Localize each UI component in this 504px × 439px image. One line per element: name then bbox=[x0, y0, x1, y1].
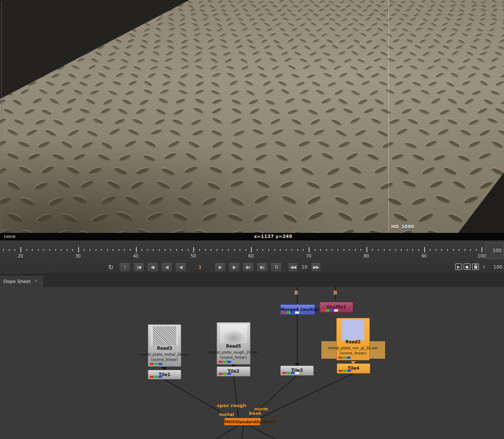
current-frame-display[interactable]: 1 bbox=[189, 262, 211, 272]
play-forward-button[interactable]: ▶ bbox=[228, 262, 240, 272]
tread-mark bbox=[299, 57, 307, 62]
node-tile3[interactable]: Tile3 bbox=[280, 365, 314, 376]
tab-dope-sheet[interactable]: Dope Sheet ✕ bbox=[0, 276, 44, 287]
frame-increment-value[interactable]: 10 bbox=[299, 262, 310, 272]
tread-mark bbox=[299, 23, 305, 27]
tread-mark bbox=[291, 45, 298, 50]
play-backward-button[interactable]: ◀ bbox=[161, 262, 172, 272]
tread-mark bbox=[502, 17, 504, 21]
ruler-tick bbox=[459, 249, 459, 251]
loop-mode-button[interactable]: ↻ bbox=[105, 262, 116, 272]
tread-mark bbox=[231, 166, 245, 174]
node-tile2[interactable]: Tile2 bbox=[217, 366, 251, 377]
node-mtlx-standard-surface2[interactable]: MtlXStandardSurface2 bbox=[224, 418, 261, 425]
tread-mark bbox=[216, 23, 222, 27]
node-title: Read5 bbox=[217, 344, 250, 348]
tread-mark bbox=[258, 0, 263, 3]
goto-end-button[interactable]: ▶| bbox=[256, 262, 268, 272]
tread-mark bbox=[286, 8, 292, 12]
tread-mark bbox=[17, 140, 30, 147]
tread-mark bbox=[157, 181, 171, 190]
export-tray-icon[interactable]: ⇩ bbox=[481, 263, 487, 270]
record-icon[interactable]: ● bbox=[464, 263, 470, 270]
tread-mark bbox=[98, 71, 107, 77]
node-read3[interactable]: Read3 metal_plate_metal_2k.exr (scene_li… bbox=[148, 324, 181, 367]
tread-mark bbox=[73, 89, 83, 95]
ruler-tick bbox=[101, 249, 102, 251]
tread-mark bbox=[359, 196, 374, 205]
step-back-button[interactable]: ◀ bbox=[175, 262, 186, 272]
tread-mark bbox=[86, 130, 98, 137]
tread-mark bbox=[475, 33, 482, 37]
ruler-tick bbox=[228, 249, 229, 251]
ruler-tick bbox=[165, 249, 166, 251]
tread-mark bbox=[211, 81, 220, 87]
prev-keyframe-button[interactable]: ◀ι bbox=[147, 262, 158, 272]
tread-mark bbox=[419, 22, 425, 26]
tread-mark bbox=[231, 33, 238, 37]
tread-mark bbox=[445, 39, 453, 43]
tread-mark bbox=[448, 8, 454, 12]
out-point-button[interactable]: O bbox=[270, 262, 282, 272]
tread-mark bbox=[492, 8, 498, 11]
tread-mark bbox=[157, 22, 163, 26]
tread-mark bbox=[495, 107, 504, 114]
step-forward-button[interactable]: ▶ bbox=[214, 262, 226, 272]
ruler-tick bbox=[338, 249, 338, 251]
tread-mark bbox=[431, 0, 436, 3]
node-merge4[interactable]: Merge4 (multiply) bbox=[280, 304, 315, 315]
tread-mark bbox=[372, 32, 379, 37]
tread-mark bbox=[261, 4, 266, 7]
tread-mark bbox=[490, 22, 496, 26]
close-icon[interactable]: ✕ bbox=[34, 278, 38, 284]
tread-mark bbox=[324, 4, 329, 7]
tread-mark bbox=[231, 153, 243, 161]
node-tile4[interactable]: Tile4 bbox=[337, 363, 370, 374]
viewer-panel[interactable]: HD_1080 bbox=[0, 0, 504, 233]
node-read5[interactable]: Read5 metal_plate_rough_2k.exr (scene_li… bbox=[217, 322, 251, 365]
tread-mark bbox=[380, 51, 388, 56]
tread-mark bbox=[13, 99, 23, 106]
frame-ruler[interactable]: 2030405060708090100 bbox=[0, 241, 485, 261]
tread-mark bbox=[188, 140, 200, 148]
tread-mark bbox=[81, 141, 93, 149]
tread-mark bbox=[395, 8, 400, 11]
tread-mark bbox=[402, 89, 411, 94]
tread-mark bbox=[209, 153, 222, 161]
tread-mark bbox=[68, 73, 76, 79]
tread-mark bbox=[501, 0, 504, 3]
node-graph-panel[interactable]: Merge4 (multiply) Shuffle1 Read3 metal_p… bbox=[0, 287, 504, 439]
next-keyframe-button[interactable]: ▶ι bbox=[242, 262, 254, 272]
tread-mark bbox=[251, 4, 256, 7]
tread-mark bbox=[252, 51, 259, 55]
play-flipbook-icon[interactable]: ▶ bbox=[455, 263, 462, 270]
node-shuffle1[interactable]: Shuffle1 bbox=[319, 302, 353, 313]
tread-mark bbox=[491, 0, 496, 3]
increment-frame-button[interactable]: ▶▶ bbox=[311, 262, 321, 272]
node-tile1[interactable]: Tile1 bbox=[148, 370, 181, 380]
decrement-frame-button[interactable]: ◀◀ bbox=[288, 262, 298, 272]
tread-mark bbox=[428, 44, 435, 49]
tread-mark bbox=[180, 27, 187, 31]
tread-mark bbox=[479, 17, 485, 21]
tread-mark bbox=[487, 33, 494, 37]
in-point-button[interactable]: I bbox=[119, 262, 130, 272]
tread-mark bbox=[353, 39, 360, 43]
tread-mark bbox=[206, 32, 212, 37]
tread-mark bbox=[150, 129, 162, 136]
ruler-tick bbox=[366, 247, 367, 252]
tread-mark bbox=[403, 13, 408, 17]
lock-range-icon[interactable] bbox=[472, 263, 479, 270]
ruler-tick bbox=[182, 249, 183, 251]
frame-range-end-field[interactable]: 100 bbox=[485, 243, 504, 259]
tread-mark bbox=[391, 153, 404, 161]
goto-start-button[interactable]: |◀ bbox=[133, 262, 144, 272]
tread-mark bbox=[291, 118, 302, 126]
node-read2[interactable]: Read2 metal_plate_nor_gl_2k.exr (scene_l… bbox=[336, 318, 370, 360]
tread-mark bbox=[230, 196, 245, 206]
ruler-tick bbox=[159, 249, 160, 251]
tread-mark bbox=[223, 13, 229, 17]
ruler-tick bbox=[193, 247, 194, 252]
tread-mark bbox=[147, 211, 163, 221]
tread-mark bbox=[221, 44, 228, 49]
